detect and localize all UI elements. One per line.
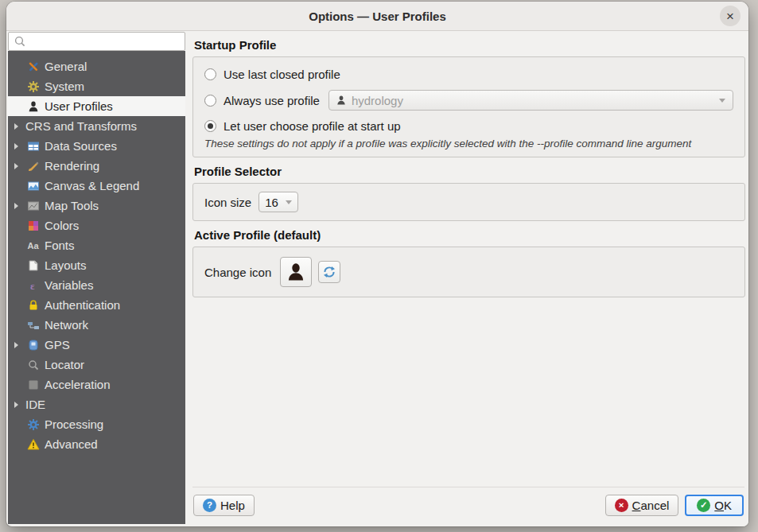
- close-icon[interactable]: ×: [720, 6, 741, 26]
- dialog-button-box: ? Help × Cancel ✓ OK: [192, 487, 744, 526]
- sidebar-item-fonts[interactable]: AaFonts: [8, 235, 185, 255]
- expand-arrow-icon[interactable]: [14, 123, 25, 130]
- rendering-icon: [25, 160, 41, 173]
- settings-sidebar: GeneralSystemUser ProfilesCRS and Transf…: [6, 31, 185, 526]
- data-sources-icon: [25, 140, 41, 153]
- colors-icon: [25, 219, 41, 232]
- network-icon: [25, 319, 41, 332]
- sidebar-item-advanced[interactable]: Advanced: [8, 434, 185, 454]
- options-dialog: Options — User Profiles × GeneralSystemU…: [6, 2, 748, 526]
- radio-icon: [204, 95, 216, 107]
- sidebar-item-label: System: [45, 80, 84, 93]
- sidebar-item-map-tools[interactable]: Map Tools: [8, 196, 185, 216]
- ok-icon: ✓: [697, 499, 710, 512]
- canvas-legend-icon: [25, 180, 41, 192]
- sidebar-item-label: Variables: [45, 278, 93, 292]
- radio-icon: [204, 68, 216, 80]
- gps-icon: [25, 339, 41, 351]
- titlebar: Options — User Profiles ×: [6, 2, 748, 31]
- system-icon: [25, 80, 41, 93]
- search-icon: [14, 35, 26, 48]
- expand-arrow-icon[interactable]: [14, 342, 25, 348]
- active-profile-group: Change icon: [192, 247, 745, 297]
- expand-arrow-icon[interactable]: [14, 402, 25, 408]
- startup-profile-group: Use last closed profile Always use profi…: [192, 56, 745, 157]
- expand-arrow-icon[interactable]: [14, 203, 25, 209]
- sidebar-item-label: Canvas & Legend: [45, 179, 139, 192]
- sidebar-item-label: Advanced: [45, 437, 98, 451]
- search-input[interactable]: [8, 32, 185, 51]
- ok-button-label: OK: [714, 499, 732, 512]
- sidebar-item-colors[interactable]: Colors: [8, 216, 185, 235]
- sidebar-item-general[interactable]: General: [8, 56, 185, 76]
- icon-size-label: Icon size: [204, 196, 251, 209]
- chevron-down-icon: [286, 200, 292, 204]
- dialog-content: GeneralSystemUser ProfilesCRS and Transf…: [6, 31, 748, 526]
- svg-text:Aa: Aa: [28, 241, 40, 250]
- radio-always-use-profile[interactable]: Always use profile hydrology: [204, 90, 733, 111]
- expand-arrow-icon[interactable]: [14, 143, 25, 150]
- sidebar-item-ide[interactable]: IDE: [8, 394, 185, 414]
- authentication-icon: [25, 299, 41, 312]
- sidebar-item-system[interactable]: System: [8, 76, 185, 96]
- sidebar-item-data-sources[interactable]: Data Sources: [8, 136, 185, 156]
- sidebar-item-user-profiles[interactable]: User Profiles: [8, 96, 185, 116]
- svg-text:ε: ε: [30, 279, 35, 291]
- fonts-icon: Aa: [25, 239, 41, 252]
- sidebar-item-variables[interactable]: εVariables: [8, 275, 185, 295]
- profile-avatar-icon: [286, 262, 306, 282]
- general-icon: [25, 60, 41, 73]
- layouts-icon: [25, 259, 41, 272]
- sidebar-item-label: CRS and Transforms: [25, 119, 137, 133]
- sidebar-item-processing[interactable]: Processing: [8, 414, 185, 434]
- user-profiles-icon: [25, 100, 41, 113]
- sidebar-item-label: Fonts: [45, 239, 75, 252]
- always-use-profile-select[interactable]: hydrology: [328, 90, 733, 111]
- ok-button[interactable]: ✓ OK: [685, 495, 744, 516]
- help-button-label: Help: [220, 499, 245, 512]
- sidebar-item-gps[interactable]: GPS: [8, 335, 185, 355]
- main-spacer: [185, 297, 748, 487]
- sidebar-item-crs-and-transforms[interactable]: CRS and Transforms: [8, 116, 185, 136]
- sidebar-item-layouts[interactable]: Layouts: [8, 255, 185, 275]
- sidebar-item-label: Rendering: [45, 159, 99, 173]
- radio-label: Let user choose profile at start up: [224, 119, 401, 133]
- radio-label: Use last closed profile: [224, 68, 340, 81]
- refresh-icon: [322, 265, 336, 279]
- radio-use-last-closed-profile[interactable]: Use last closed profile: [204, 68, 733, 81]
- sidebar-item-label: Layouts: [45, 258, 87, 272]
- map-tools-icon: [25, 200, 41, 212]
- cancel-button-label: Cancel: [632, 499, 670, 512]
- sidebar-item-rendering[interactable]: Rendering: [8, 156, 185, 176]
- active-profile-heading: Active Profile (default): [194, 228, 748, 242]
- reset-icon-button[interactable]: [318, 261, 340, 283]
- change-icon-label: Change icon: [204, 266, 271, 279]
- cancel-button[interactable]: × Cancel: [605, 495, 679, 516]
- radio-let-user-choose-profile[interactable]: Let user choose profile at start up: [204, 119, 733, 133]
- acceleration-icon: [25, 379, 41, 391]
- expand-arrow-icon[interactable]: [14, 163, 25, 169]
- help-icon: ?: [203, 499, 216, 512]
- sidebar-item-locator[interactable]: Locator: [8, 355, 185, 375]
- sidebar-item-acceleration[interactable]: Acceleration: [8, 375, 185, 394]
- startup-profile-heading: Startup Profile: [194, 38, 748, 52]
- change-icon-button[interactable]: [280, 257, 312, 287]
- icon-size-value: 16: [265, 196, 281, 209]
- sidebar-item-label: Colors: [45, 219, 79, 232]
- variables-icon: ε: [25, 279, 41, 292]
- processing-icon: [25, 418, 41, 431]
- sidebar-item-label: IDE: [25, 398, 45, 411]
- main-panel: Startup Profile Use last closed profile …: [185, 31, 748, 526]
- sidebar-item-authentication[interactable]: Authentication: [8, 295, 185, 315]
- sidebar-item-label: General: [45, 60, 87, 73]
- help-button[interactable]: ? Help: [193, 495, 255, 516]
- sidebar-item-label: Data Sources: [45, 139, 117, 153]
- sidebar-item-canvas-legend[interactable]: Canvas & Legend: [8, 176, 185, 196]
- icon-size-select[interactable]: 16: [258, 192, 298, 212]
- sidebar-item-network[interactable]: Network: [8, 315, 185, 335]
- sidebar-item-label: Acceleration: [45, 378, 111, 391]
- sidebar-item-label: Authentication: [45, 298, 120, 312]
- profile-selector-heading: Profile Selector: [194, 165, 748, 178]
- cancel-icon: ×: [615, 499, 628, 512]
- sidebar-item-label: Processing: [45, 417, 103, 431]
